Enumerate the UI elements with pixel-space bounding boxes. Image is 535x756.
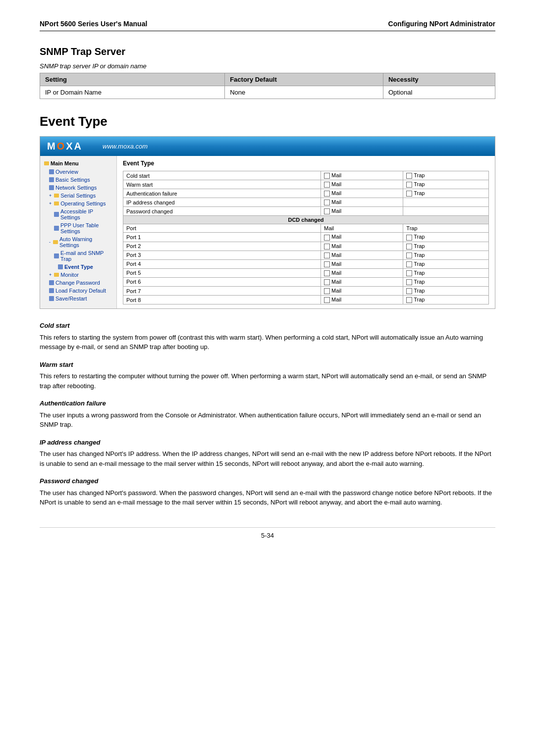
table-row: Cold start Mail Trap: [123, 171, 489, 180]
sidebar-item-monitor[interactable]: + Monitor: [42, 271, 114, 279]
sidebar-item-overview[interactable]: Overview: [42, 168, 114, 176]
mail-checkbox[interactable]: [324, 279, 330, 285]
mail-cell: Mail: [321, 268, 403, 277]
trap-checkbox[interactable]: [406, 191, 412, 197]
mail-checkbox[interactable]: [324, 182, 330, 188]
event-name: Authentication failure: [123, 189, 321, 198]
sidebar-item-network-settings[interactable]: Network Settings: [42, 184, 114, 192]
mail-checkbox[interactable]: [324, 235, 330, 241]
sidebar-item-accessible-ip[interactable]: Accessible IP Settings: [42, 207, 114, 221]
page-icon: [54, 212, 59, 217]
warm-start-title: Warm start: [40, 360, 495, 370]
event-type-section-title: Event Type: [40, 114, 495, 129]
page-icon: [49, 296, 54, 301]
sidebar-item-auto-warning[interactable]: - Auto Warning Settings: [42, 235, 114, 249]
trap-checkbox[interactable]: [406, 279, 412, 285]
page-header: NPort 5600 Series User's Manual Configur…: [40, 20, 495, 31]
trap-checkbox[interactable]: [406, 235, 412, 241]
page-icon: [49, 288, 54, 293]
folder-icon: [54, 194, 59, 198]
snmp-settings-table: Setting Factory Default Necessity IP or …: [40, 73, 495, 99]
trap-checkbox[interactable]: [406, 182, 412, 188]
trap-checkbox[interactable]: [406, 261, 412, 267]
mail-checkbox[interactable]: [324, 208, 330, 214]
table-row: Port 3 Mail Trap: [123, 251, 489, 259]
mail-checkbox[interactable]: [324, 191, 330, 197]
mail-checkbox[interactable]: [324, 270, 330, 276]
trap-cell: Trap: [403, 171, 489, 180]
event-name: Cold start: [123, 171, 321, 180]
sidebar-item-operating-settings[interactable]: + Operating Settings: [42, 200, 114, 207]
folder-icon: [53, 240, 58, 244]
table-row: Port 1 Mail Trap: [123, 233, 489, 242]
factory-default-value: None: [225, 86, 383, 99]
event-name: IP address changed: [123, 198, 321, 207]
moxa-header: MOXA www.moxa.com: [40, 137, 495, 156]
trap-cell: [403, 198, 489, 207]
trap-cell: Trap: [403, 251, 489, 259]
sidebar-item-event-type[interactable]: Event Type: [42, 263, 114, 271]
sidebar-item-load-factory-default[interactable]: Load Factory Default: [42, 287, 114, 295]
moxa-body: Main Menu Overview Basic Settings Networ…: [40, 156, 495, 308]
port-name: Port 5: [123, 268, 321, 277]
trap-cell: Trap: [403, 189, 489, 198]
page-icon: [54, 226, 59, 231]
warm-start-section: Warm start This refers to restarting the…: [40, 360, 495, 391]
mail-cell: Mail: [321, 287, 403, 296]
snmp-section-title: SNMP Trap Server: [40, 46, 495, 57]
port-header-row: Port Mail Trap: [123, 224, 489, 233]
port-name: Port 3: [123, 251, 321, 259]
port-label: Port: [123, 224, 321, 233]
sidebar-item-change-password[interactable]: Change Password: [42, 279, 114, 287]
cold-start-section: Cold start This refers to starting the s…: [40, 321, 495, 352]
trap-cell: Trap: [403, 268, 489, 277]
trap-checkbox[interactable]: [406, 288, 412, 294]
table-row: IP or Domain Name None Optional: [40, 86, 495, 99]
mail-label: Mail: [321, 224, 403, 233]
table-row: Authentication failure Mail Trap: [123, 189, 489, 198]
event-name: Warm start: [123, 180, 321, 189]
expand-icon: +: [49, 272, 52, 277]
table-row: Port 8 Mail Trap: [123, 296, 489, 304]
mail-checkbox[interactable]: [324, 288, 330, 294]
sidebar-item-save-restart[interactable]: Save/Restart: [42, 295, 114, 302]
mail-cell: Mail: [321, 189, 403, 198]
manual-title: NPort 5600 Series User's Manual: [40, 20, 147, 28]
mail-checkbox[interactable]: [324, 200, 330, 205]
moxa-sidebar: Main Menu Overview Basic Settings Networ…: [40, 156, 117, 308]
port-name: Port 4: [123, 259, 321, 268]
trap-checkbox[interactable]: [406, 297, 412, 303]
trap-cell: Trap: [403, 296, 489, 304]
trap-checkbox[interactable]: [406, 173, 412, 179]
sidebar-item-basic-settings[interactable]: Basic Settings: [42, 176, 114, 184]
pwd-changed-section: Password changed The user has changed NP…: [40, 476, 495, 507]
trap-cell: Trap: [403, 287, 489, 296]
trap-checkbox[interactable]: [406, 252, 412, 258]
port-name: Port 7: [123, 287, 321, 296]
mail-cell: Mail: [321, 259, 403, 268]
sidebar-item-ppp-user-table[interactable]: PPP User Table Settings: [42, 221, 114, 235]
trap-checkbox[interactable]: [406, 244, 412, 250]
port-name: Port 8: [123, 296, 321, 304]
page-icon: [49, 280, 54, 285]
mail-checkbox[interactable]: [324, 297, 330, 303]
mail-checkbox[interactable]: [324, 261, 330, 267]
moxa-content: Event Type Cold start Mail Trap Warm sta…: [117, 156, 495, 308]
moxa-panel: MOXA www.moxa.com Main Menu Overview Bas…: [40, 136, 495, 309]
page-icon: [49, 185, 54, 190]
port-name: Port 6: [123, 277, 321, 286]
sidebar-item-serial-settings[interactable]: + Serial Settings: [42, 192, 114, 200]
content-title: Event Type: [123, 160, 489, 167]
table-row: IP address changed Mail: [123, 198, 489, 207]
mail-checkbox[interactable]: [324, 252, 330, 258]
page-icon: [49, 169, 54, 174]
table-row: Warm start Mail Trap: [123, 180, 489, 189]
sidebar-item-email-snmp-trap[interactable]: E-mail and SNMP Trap: [42, 249, 114, 263]
snmp-subtitle: SNMP trap server IP or domain name: [40, 62, 495, 70]
mail-checkbox[interactable]: [324, 244, 330, 250]
mail-checkbox[interactable]: [324, 173, 330, 179]
dcd-changed-header: DCD changed: [123, 216, 489, 224]
page-footer: 5-34: [40, 527, 495, 539]
event-name: Password changed: [123, 207, 321, 216]
trap-checkbox[interactable]: [406, 270, 412, 276]
